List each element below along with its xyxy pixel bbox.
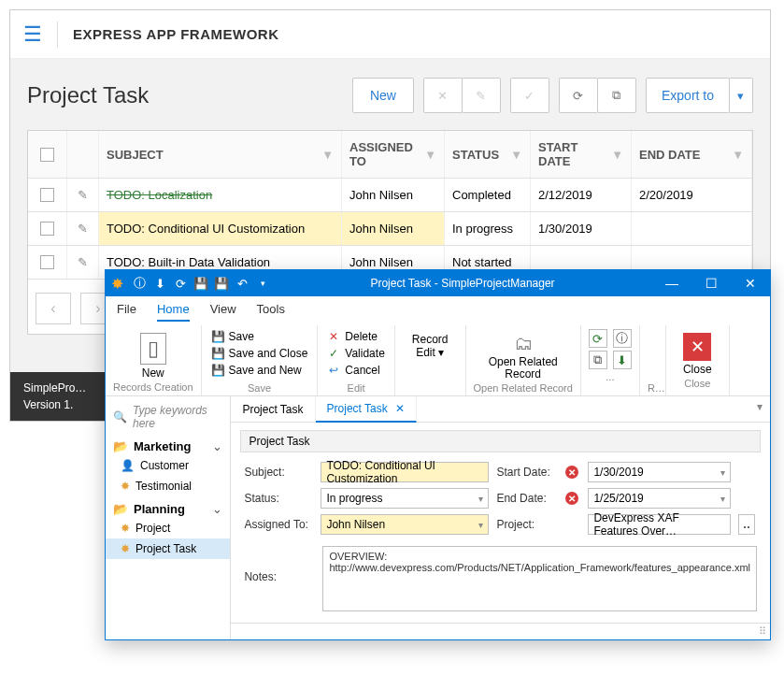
save-and-new-button[interactable]: 💾Save and New [209, 363, 310, 378]
edit-row-icon[interactable]: ✎ [67, 179, 99, 211]
project-lookup-button[interactable]: ‥ [738, 514, 755, 535]
folder-icon: 📂 [113, 439, 128, 453]
checkbox-icon[interactable] [40, 188, 54, 202]
menu-file[interactable]: File [117, 302, 136, 322]
web-header: ☰ EXPRESS APP FRAMEWORK [10, 10, 770, 59]
gear-icon: ✸ [121, 522, 130, 535]
refresh-icon[interactable]: ⟳ [589, 329, 607, 348]
maximize-button[interactable]: ☐ [691, 276, 731, 291]
panel-title: Project Task [240, 430, 761, 452]
download-icon[interactable]: ⬇ [613, 351, 632, 369]
table-row[interactable]: ✎ TODO: Localization John Nilsen Complet… [28, 179, 752, 212]
col-end[interactable]: END DATE▼ [632, 131, 752, 178]
col-subject[interactable]: SUBJECT▼ [99, 131, 342, 178]
back-icon: ↩ [327, 364, 340, 377]
prev-page-button[interactable]: ‹ [36, 293, 71, 324]
status-input[interactable]: In progress [321, 488, 489, 509]
edit-buttons: ✕ ✎ [423, 78, 501, 113]
filter-icon[interactable]: ▼ [424, 148, 436, 162]
export-caret[interactable]: ▾ [729, 78, 753, 113]
menu-view[interactable]: View [210, 302, 236, 322]
download-icon[interactable]: ⬇ [150, 277, 170, 291]
save-icon[interactable]: 💾 [191, 277, 211, 291]
filter-icon[interactable]: ▼ [732, 148, 744, 162]
new-record-button[interactable]: ▯ New [113, 329, 193, 380]
validate-button[interactable]: ✓Validate [325, 346, 386, 361]
sidebar-item-customer[interactable]: 👤Customer [106, 455, 230, 476]
table-row[interactable]: ✎ TODO: Conditional UI Customization Joh… [28, 212, 752, 246]
status-label: Status: [244, 492, 313, 505]
subject-input[interactable]: TODO: Conditional UI Customization [321, 462, 489, 482]
edit-row-icon[interactable]: ✎ [67, 246, 99, 279]
project-input[interactable]: DevExpress XAF Features Over… [588, 514, 731, 535]
tab-overflow-icon[interactable]: ▾ [749, 396, 770, 422]
open-related-record-button[interactable]: 🗂 Open Related Record [474, 329, 573, 380]
delete-icon: ✕ [327, 330, 340, 343]
checkbox-icon[interactable] [40, 255, 54, 269]
col-start[interactable]: START DATE▼ [531, 131, 632, 178]
notes-label: Notes: [244, 546, 313, 611]
project-label: Project: [496, 518, 558, 531]
resize-grip-icon[interactable]: ⠿ [759, 625, 766, 638]
grid-header: SUBJECT▼ ASSIGNED TO▼ STATUS▼ START DATE… [28, 131, 752, 179]
menu-tools[interactable]: Tools [257, 302, 285, 322]
titlebar[interactable]: ✸ ⓘ ⬇ ⟳ 💾 💾 ↶ ▾ Project Task - SimplePro… [106, 270, 770, 296]
col-assigned[interactable]: ASSIGNED TO▼ [342, 131, 445, 178]
close-tab-icon[interactable]: ✕ [395, 402, 405, 415]
subject-text: TODO: Localization [107, 188, 212, 202]
tab-project-task-list[interactable]: Project Task [231, 396, 315, 422]
delete-button[interactable]: ✕Delete [325, 329, 386, 344]
confirm-button[interactable]: ✓ [510, 78, 549, 113]
notes-input[interactable]: OVERVIEW: http://www.devexpress.com/Prod… [322, 546, 757, 611]
statusbar: ⠿ [231, 623, 770, 639]
refresh-button[interactable]: ⟳ [559, 78, 598, 113]
hamburger-icon[interactable]: ☰ [23, 22, 42, 47]
info-icon[interactable]: ⓘ [129, 275, 150, 292]
filter-icon[interactable]: ▼ [510, 148, 522, 162]
edit-button[interactable]: ✎ [462, 78, 501, 113]
gear-icon: ✸ [121, 480, 130, 493]
save-close-icon: 💾 [211, 347, 224, 360]
ribbon-group-r: R… [640, 325, 666, 395]
sidebar-item-testimonial[interactable]: ✸Testimonial [106, 476, 230, 496]
record-edit-button[interactable]: Record Edit ▾ [403, 329, 458, 359]
gear-icon[interactable]: ✸ [111, 275, 123, 293]
sidebar-group-marketing[interactable]: 📂 Marketing ⌄ [106, 434, 230, 455]
search-field[interactable]: 🔍 Type keywords here [106, 400, 230, 434]
assigned-to-input[interactable]: John Nilsen [321, 514, 489, 535]
tab-project-task-detail[interactable]: Project Task✕ [316, 396, 417, 423]
new-window-icon[interactable]: ⧉ [589, 351, 607, 369]
close-button[interactable]: ✕ [731, 276, 770, 291]
save-button[interactable]: 💾Save [209, 329, 310, 344]
filter-icon[interactable]: ▼ [611, 148, 623, 162]
chevron-down-icon: ⌄ [212, 439, 222, 453]
minimize-button[interactable]: — [652, 276, 691, 291]
header-edit-cell [67, 131, 99, 178]
filter-icon[interactable]: ▼ [321, 148, 334, 162]
checkbox-icon[interactable] [40, 148, 54, 162]
sidebar-item-project-task[interactable]: ✸Project Task [106, 538, 230, 559]
sidebar-item-project[interactable]: ✸Project [106, 518, 230, 538]
end-date-input[interactable]: 1/25/2019 [588, 488, 731, 509]
layout-button[interactable]: ⧉ [597, 78, 636, 113]
info-icon[interactable]: ⓘ [613, 329, 632, 348]
menu-home[interactable]: Home [157, 302, 190, 322]
save-close-icon[interactable]: 💾 [211, 277, 232, 291]
export-button[interactable]: Export to [646, 78, 730, 113]
sidebar-group-planning[interactable]: 📂 Planning ⌄ [106, 496, 230, 518]
checkbox-icon[interactable] [40, 222, 54, 236]
refresh-icon[interactable]: ⟳ [170, 277, 191, 291]
document-icon: ▯ [140, 333, 166, 365]
ribbon-group-save: 💾Save 💾Save and Close 💾Save and New Save [202, 325, 319, 395]
cancel-button[interactable]: ↩Cancel [325, 363, 386, 378]
undo-icon[interactable]: ↶ [232, 277, 252, 291]
close-icon: ✕ [683, 333, 711, 361]
qat-caret-icon[interactable]: ▾ [252, 279, 273, 288]
save-and-close-button[interactable]: 💾Save and Close [209, 346, 310, 361]
delete-button[interactable]: ✕ [423, 78, 463, 113]
edit-row-icon[interactable]: ✎ [67, 212, 99, 245]
col-status[interactable]: STATUS▼ [445, 131, 531, 178]
start-date-input[interactable]: 1/30/2019 [588, 462, 731, 482]
close-record-button[interactable]: ✕ Close [674, 329, 721, 376]
new-button[interactable]: New [352, 78, 414, 113]
